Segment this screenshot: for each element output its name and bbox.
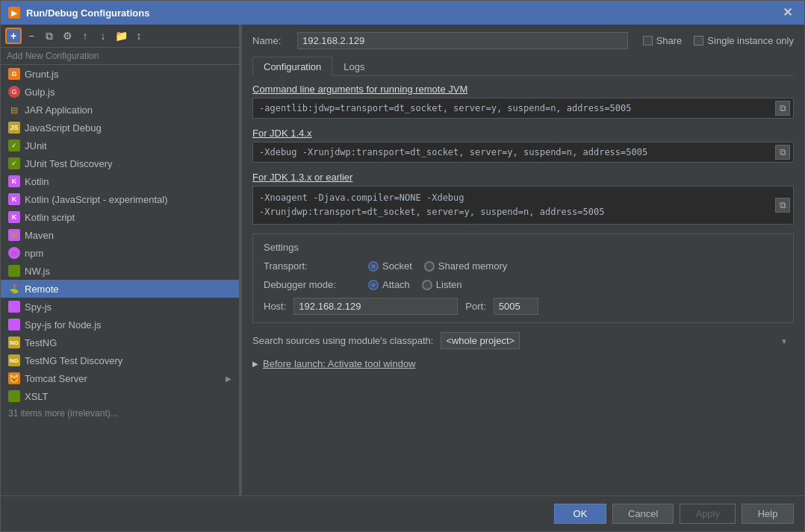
list-item-kotlin-script[interactable]: K Kotlin script [1,208,239,226]
list-item-kotlin-js[interactable]: K Kotlin (JavaScript - experimental) [1,190,239,208]
attach-label: Attach [382,279,410,290]
ok-button[interactable]: OK [554,504,606,524]
socket-radio-label[interactable]: Socket [368,260,412,272]
list-item-kotlin[interactable]: K Kotlin [1,172,239,190]
socket-radio[interactable] [368,261,379,272]
jdk14-value: -Xdebug -Xrunjdwp:transport=dt_socket, s… [259,147,647,157]
cmd-copy-button[interactable]: ⧉ [775,101,790,116]
remote-icon: ⛳ [8,283,20,295]
cmd-code-box: -agentlib:jdwp=transport=dt_socket, serv… [252,98,794,119]
maven-icon: M [8,229,20,241]
jdk14-box-wrapper: -Xdebug -Xrunjdwp:transport=dt_socket, s… [252,142,794,163]
cancel-button[interactable]: Cancel [612,504,674,524]
folder-button[interactable]: 📁 [113,28,129,44]
kotlin-icon: K [8,175,20,187]
listen-radio[interactable] [422,280,432,290]
socket-label: Socket [382,260,412,272]
spy-node-label: Spy-js for Node.js [25,319,231,331]
section-header: Add New Configuration [1,48,239,65]
tomcat-icon: 🐱 [8,372,20,384]
add-config-button[interactable]: + [5,28,22,44]
copy-config-button[interactable]: ⧉ [41,28,58,44]
list-item-tomcat[interactable]: 🐱 Tomcat Server ▶ [1,369,239,387]
configuration-content: Command line arguments for running remot… [252,84,794,488]
list-item-remote[interactable]: ⛳ Remote [1,280,239,298]
kotlin-label: Kotlin [25,176,231,187]
list-item-jar[interactable]: ▤ JAR Application [1,101,239,119]
list-item-testng-discovery[interactable]: NG TestNG Test Discovery [1,351,239,369]
host-input[interactable] [293,298,458,315]
config-tabs: Configuration Logs [252,57,794,76]
testng-label: TestNG [25,337,231,348]
single-instance-checkbox-label[interactable]: Single instance only [694,35,794,46]
share-checkbox-label[interactable]: Share [643,35,683,46]
classpath-select[interactable]: <whole project> [441,332,520,349]
attach-radio-label[interactable]: Attach [368,279,410,290]
single-instance-checkbox[interactable] [694,36,703,46]
shared-memory-label: Shared memory [438,260,507,272]
port-label: Port: [465,301,485,312]
junit-discovery-label: JUnit Test Discovery [25,158,231,169]
gulp-icon: G [8,86,20,98]
list-item-jsdebug[interactable]: JS JavaScript Debug [1,119,239,137]
spy-icon: S [8,301,20,313]
kotlin-script-label: Kotlin script [25,212,231,223]
close-button[interactable]: ✕ [778,5,797,20]
share-checkbox[interactable] [643,36,653,46]
transport-label: Transport: [264,260,353,272]
bottom-bar: OK Cancel Apply Help [1,495,804,531]
shared-memory-radio-label[interactable]: Shared memory [424,260,507,272]
title-bar: ▶ Run/Debug Configurations ✕ [1,1,804,25]
list-item-gulp[interactable]: G Gulp.js [1,83,239,101]
jdk14-section: For JDK 1.4.x -Xdebug -Xrunjdwp:transpor… [252,128,794,163]
kotlin-js-icon: K [8,193,20,205]
tab-configuration[interactable]: Configuration [252,57,332,76]
config-list: G Grunt.js G Gulp.js ▤ JAR Application J… [1,65,239,495]
title-bar-left: ▶ Run/Debug Configurations [8,7,149,19]
list-item-npm[interactable]: n npm [1,244,239,262]
list-item-junit-discovery[interactable]: ✓ JUnit Test Discovery [1,154,239,172]
classpath-label: Search sources using module's classpath: [252,335,433,346]
remote-label: Remote [25,284,231,295]
before-launch-arrow-icon: ▶ [252,360,258,368]
run-debug-dialog: ▶ Run/Debug Configurations ✕ + − ⧉ ⚙ ↑ ↓… [0,0,805,532]
cmd-value: -agentlib:jdwp=transport=dt_socket, serv… [259,103,632,113]
list-item-nw[interactable]: N NW.js [1,262,239,280]
jdk13-code-box: -Xnoagent -Djava.compiler=NONE -Xdebug -… [252,186,794,225]
move-up-button[interactable]: ↑ [77,28,93,44]
settings-config-button[interactable]: ⚙ [59,28,75,44]
maven-label: Maven [25,230,231,241]
grunt-label: Grunt.js [25,69,231,80]
xslt-label: XSLT [25,391,231,402]
junit-label: JUnit [25,140,231,151]
config-toolbar: + − ⧉ ⚙ ↑ ↓ 📁 ↕ [1,25,239,48]
help-button[interactable]: Help [742,504,794,524]
shared-memory-radio[interactable] [424,261,435,272]
xslt-icon: X [8,390,20,402]
remove-config-button[interactable]: − [23,28,40,44]
more-items[interactable]: 31 items more (irrelevant)... [1,405,239,422]
port-input[interactable] [494,298,538,315]
list-item-spy[interactable]: S Spy-js [1,298,239,316]
attach-radio[interactable] [368,280,379,290]
list-item-grunt[interactable]: G Grunt.js [1,65,239,83]
list-item-spy-node[interactable]: S Spy-js for Node.js [1,316,239,334]
grunt-icon: G [8,68,20,80]
list-item-testng[interactable]: NG TestNG [1,334,239,351]
list-item-junit[interactable]: ✓ JUnit [1,137,239,154]
transport-radio-group: Socket Shared memory [368,260,507,272]
listen-radio-label[interactable]: Listen [422,279,462,290]
sort-button[interactable]: ↕ [131,28,147,44]
main-content: + − ⧉ ⚙ ↑ ↓ 📁 ↕ Add New Configuration G … [1,25,804,495]
before-launch[interactable]: ▶ Before launch: Activate tool window [252,358,794,369]
host-port-row: Host: Port: [264,298,783,315]
tomcat-arrow-icon: ▶ [226,375,231,383]
move-down-button[interactable]: ↓ [95,28,111,44]
jdk13-copy-button[interactable]: ⧉ [775,198,790,213]
tab-logs[interactable]: Logs [332,57,376,76]
list-item-xslt[interactable]: X XSLT [1,387,239,405]
name-input[interactable] [297,32,628,49]
jdk14-copy-button[interactable]: ⧉ [775,145,790,160]
apply-button[interactable]: Apply [680,504,736,524]
list-item-maven[interactable]: M Maven [1,226,239,244]
